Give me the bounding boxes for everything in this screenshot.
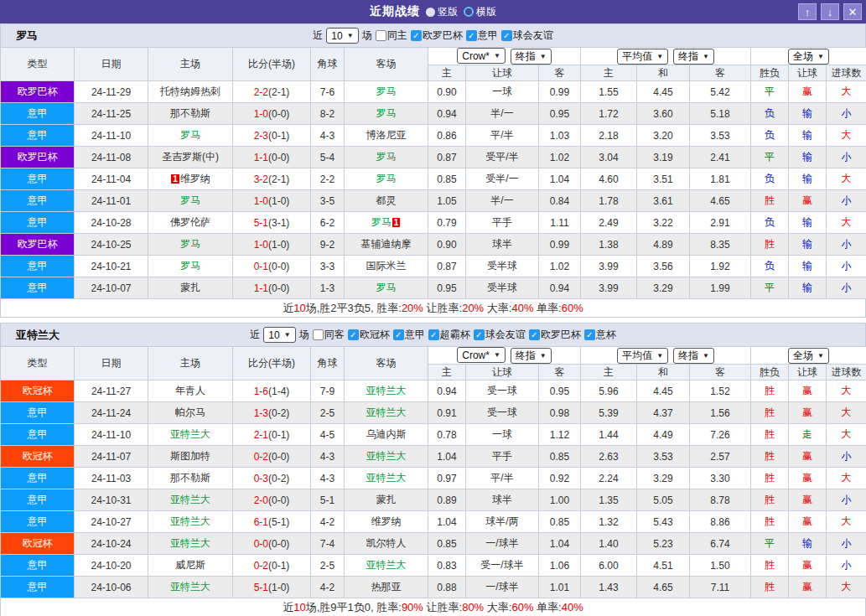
final-odds-select[interactable]: 终指▼ — [673, 348, 714, 364]
score-cell: 0-1(0-0) — [233, 256, 311, 277]
avg-draw-odds: 5.05 — [637, 489, 690, 511]
corner-score: 9-2 — [311, 234, 345, 256]
checkbox-unchecked-icon[interactable] — [313, 329, 324, 340]
radio-vertical-label: 竖版 — [438, 5, 458, 19]
score-cell: 5-1(1-0) — [233, 577, 311, 598]
filter-checkbox-item[interactable]: ✓超霸杯 — [428, 328, 470, 342]
chevron-down-icon: ▼ — [347, 32, 354, 39]
sub-column-header: 进球数 — [827, 65, 866, 81]
result-outcome: 负 — [751, 256, 789, 277]
radio-vertical-layout[interactable]: 竖版 — [426, 5, 458, 19]
checkbox-checked-icon[interactable]: ✓ — [466, 30, 477, 41]
match-count-select[interactable]: 10▼ — [263, 327, 295, 343]
filter-checkbox-item[interactable]: ✓欧罗巴杯 — [529, 328, 581, 342]
checkbox-checked-icon[interactable]: ✓ — [501, 30, 512, 41]
home-team-name: 罗马 — [180, 260, 200, 272]
filter-checkbox-item[interactable]: 同主 — [376, 28, 407, 43]
match-count-select[interactable]: 10▼ — [326, 28, 358, 44]
recent-results-panel: 近期战绩 竖版 横版 ↑ ↓ ✕ 罗马近10▼场同主✓欧罗巴杯✓意甲✓球会友谊类… — [0, 0, 866, 616]
score-cell: 0-2(0-0) — [233, 446, 311, 468]
home-odds: 1.05 — [428, 190, 466, 212]
result-handicap: 赢 — [789, 380, 827, 402]
chevron-down-icon: ▼ — [817, 53, 824, 60]
final-odds-select[interactable]: 终指▼ — [511, 348, 552, 364]
match-date: 24-10-25 — [75, 234, 148, 256]
halftime-score: (0-0) — [268, 494, 289, 506]
result-goals: 大 — [827, 577, 866, 598]
avg-draw-odds: 4.45 — [637, 81, 690, 103]
away-odds: 1.04 — [539, 533, 581, 555]
corner-score: 3-5 — [311, 190, 345, 212]
radio-unselected-icon — [426, 8, 435, 17]
checkbox-unchecked-icon[interactable] — [376, 30, 386, 41]
away-team-name: 罗马 — [376, 85, 397, 97]
column-header: 客场 — [345, 48, 428, 81]
checkbox-checked-icon[interactable]: ✓ — [584, 329, 595, 340]
filter-checkbox-item[interactable]: ✓欧罗巴杯 — [411, 28, 463, 43]
league-badge: 欧冠杯 — [1, 380, 75, 402]
result-handicap: 赢 — [789, 190, 827, 212]
result-handicap: 输 — [789, 277, 827, 299]
away-odds: 1.11 — [539, 212, 581, 234]
avg-home-odds: 3.99 — [581, 256, 637, 277]
league-badge: 意甲 — [1, 190, 75, 212]
full-match-select[interactable]: 全场▼ — [788, 49, 829, 65]
avg-home-odds: 6.00 — [581, 555, 637, 577]
filter-checkbox-item[interactable]: 同客 — [313, 328, 345, 342]
filter-checkbox-item[interactable]: ✓欧冠杯 — [348, 328, 390, 342]
bookmaker-select[interactable]: Crow*▼ — [457, 48, 506, 64]
filter-checkbox-item[interactable]: ✓意杯 — [584, 328, 616, 342]
handicap-line: 受半球 — [466, 256, 539, 277]
match-date: 24-11-04 — [75, 168, 148, 190]
result-goals: 大 — [827, 168, 866, 190]
checkbox-checked-icon[interactable]: ✓ — [393, 329, 404, 340]
away-team-name: 亚特兰大 — [366, 406, 407, 418]
away-team-name: 罗马 — [371, 216, 392, 228]
fulltime-score: 0-0 — [254, 538, 268, 550]
checkbox-checked-icon[interactable]: ✓ — [474, 329, 485, 340]
avg-draw-odds: 3.22 — [637, 212, 690, 234]
result-outcome: 胜 — [751, 380, 789, 402]
away-team: 维罗纳 — [345, 511, 428, 533]
full-match-select[interactable]: 全场▼ — [788, 348, 829, 364]
column-header: 主场 — [148, 48, 233, 81]
bookmaker-select[interactable]: Crow*▼ — [457, 347, 506, 363]
final-odds-select[interactable]: 终指▼ — [511, 49, 552, 65]
filter-checkbox-item[interactable]: ✓球会友谊 — [474, 328, 526, 342]
average-select[interactable]: 平均值▼ — [617, 348, 668, 364]
home-team: 斯图加特 — [148, 446, 233, 468]
average-select[interactable]: 平均值▼ — [617, 49, 668, 65]
checkbox-checked-icon[interactable]: ✓ — [348, 329, 359, 340]
match-row: 欧冠杯24-10-24亚特兰大0-0(0-0)7-4凯尔特人0.85一/球半1.… — [1, 533, 866, 555]
radio-horizontal-layout[interactable]: 横版 — [464, 5, 496, 19]
scroll-up-button[interactable]: ↑ — [798, 3, 817, 20]
average-odds-group: 平均值▼终指▼ — [581, 48, 751, 65]
fulltime-score: 0-2 — [254, 560, 268, 572]
final-odds-select[interactable]: 终指▼ — [673, 49, 714, 65]
scroll-down-button[interactable]: ↓ — [821, 3, 839, 20]
avg-draw-odds: 4.49 — [637, 424, 690, 446]
corner-score: 7-4 — [311, 533, 345, 555]
league-badge: 意甲 — [1, 489, 75, 511]
checkbox-checked-icon[interactable]: ✓ — [411, 30, 422, 41]
avg-home-odds: 1.43 — [581, 577, 637, 598]
filter-checkbox-item[interactable]: ✓意甲 — [466, 28, 498, 43]
filter-checkbox-item[interactable]: ✓意甲 — [393, 328, 425, 342]
final-odds-select-value: 终指 — [516, 49, 536, 64]
home-team-name: 那不勒斯 — [170, 107, 210, 119]
match-row: 意甲24-10-07蒙扎1-1(0-0)1-3罗马0.95受半球0.943.99… — [1, 277, 866, 299]
filter-checkbox-item[interactable]: ✓球会友谊 — [501, 28, 553, 43]
full-match-group: 全场▼ — [751, 347, 866, 365]
checkbox-checked-icon[interactable]: ✓ — [529, 329, 540, 340]
handicap-line: 一球 — [466, 81, 539, 103]
corner-score: 2-5 — [311, 555, 345, 577]
home-team: 罗马 — [148, 256, 233, 277]
match-date: 24-10-24 — [75, 533, 148, 555]
avg-draw-odds: 4.45 — [637, 380, 690, 402]
avg-away-odds: 1.52 — [690, 380, 751, 402]
home-team-name: 亚特兰大 — [170, 494, 210, 505]
match-date: 24-11-10 — [75, 424, 148, 446]
handicap-line: 平手 — [466, 446, 539, 468]
close-icon[interactable]: ✕ — [843, 3, 862, 20]
checkbox-checked-icon[interactable]: ✓ — [428, 329, 439, 340]
